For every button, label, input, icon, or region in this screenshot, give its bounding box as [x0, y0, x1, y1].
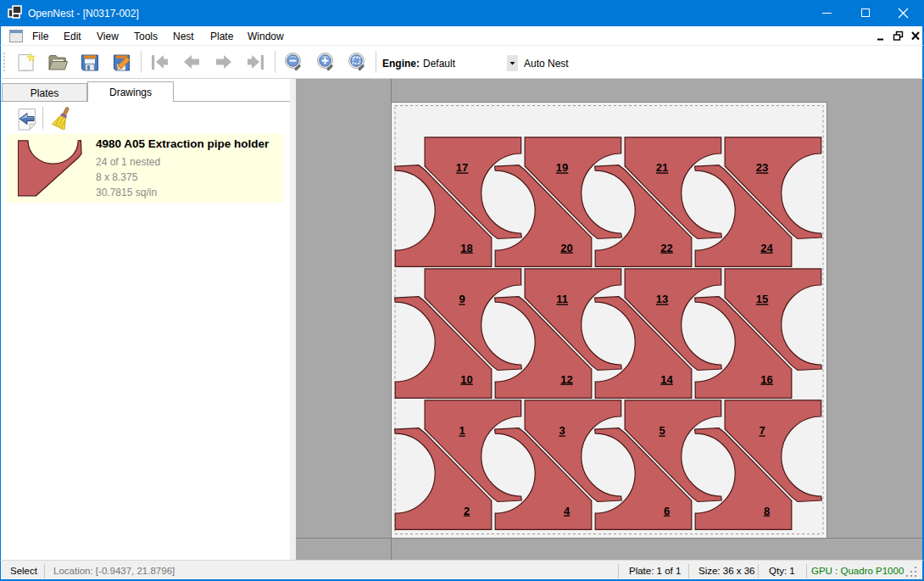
svg-text:20: 20: [560, 242, 572, 254]
svg-text:1: 1: [459, 424, 465, 437]
svg-text:22: 22: [660, 242, 672, 254]
svg-text:4: 4: [564, 505, 571, 517]
svg-text:23: 23: [756, 161, 768, 174]
svg-text:11: 11: [556, 293, 568, 305]
svg-text:6: 6: [664, 505, 670, 517]
svg-text:8: 8: [764, 505, 770, 517]
svg-text:24: 24: [760, 242, 773, 254]
svg-text:17: 17: [456, 161, 468, 174]
svg-text:3: 3: [559, 424, 565, 437]
svg-text:2: 2: [464, 505, 470, 517]
svg-text:10: 10: [460, 373, 472, 386]
svg-text:14: 14: [660, 373, 673, 386]
svg-text:21: 21: [656, 161, 668, 174]
svg-text:9: 9: [459, 293, 465, 305]
svg-text:19: 19: [556, 161, 568, 174]
svg-text:18: 18: [460, 242, 472, 254]
svg-text:7: 7: [759, 424, 765, 437]
svg-text:13: 13: [656, 293, 668, 305]
svg-text:16: 16: [760, 373, 772, 386]
svg-text:5: 5: [659, 424, 665, 437]
svg-text:12: 12: [560, 373, 572, 386]
svg-text:15: 15: [756, 293, 768, 305]
